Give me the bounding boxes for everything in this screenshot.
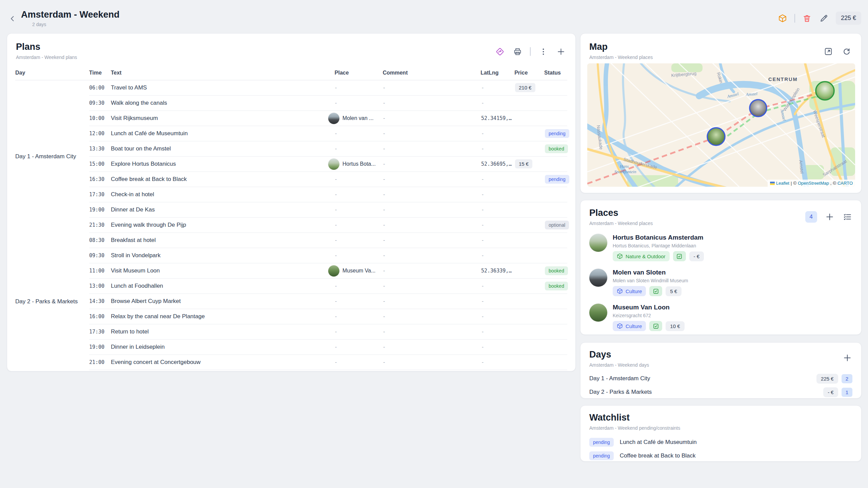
plan-time: 19:00 (89, 207, 111, 213)
edit-trip-button[interactable] (819, 13, 829, 23)
plan-status: booked (545, 283, 568, 289)
plan-latlng: - (481, 146, 515, 152)
plans-toolbar (495, 46, 566, 57)
map-marker-museum-willet-holthuysen[interactable] (750, 100, 767, 117)
plan-text: Visit Museum Loon (111, 267, 335, 274)
status-badge: pending (545, 129, 569, 138)
map-canvas: Krijtbergbrug Rokin Amstel Amstel CENTRU… (587, 63, 855, 187)
add-place-button[interactable] (825, 212, 835, 222)
places-count-badge: 4 (805, 211, 817, 223)
add-plan-button[interactable] (556, 46, 566, 57)
plan-place: - (335, 252, 383, 259)
plan-place: - (335, 283, 383, 289)
list-item[interactable]: Day 1 - Amsterdam City 225 € 2 (580, 372, 861, 385)
price-badge: 210 € (515, 83, 535, 92)
leaflet-map[interactable]: Krijtbergbrug Rokin Amstel Amstel CENTRU… (587, 63, 855, 187)
plans-menu-button[interactable] (538, 46, 548, 57)
table-row[interactable]: 10:00 Visit Rijksmuseum Molen van ... - … (89, 111, 567, 126)
table-row[interactable]: 21:30 Evening walk through De Pijp - - -… (89, 218, 567, 233)
plan-place: - (335, 191, 383, 198)
plan-place-name: - (335, 146, 337, 152)
place-info: Molen van Sloten Molen van Sloten Windmi… (613, 269, 688, 296)
table-row[interactable]: 13:30 Boat tour on the Amstel - - - book… (89, 141, 567, 157)
plan-price: 210 € (515, 84, 545, 91)
add-day-button[interactable] (842, 353, 852, 363)
day-label: Day 2 - Parks & Markets (589, 389, 652, 395)
plus-icon (825, 212, 834, 221)
plan-latlng: - (481, 237, 515, 243)
table-row[interactable]: 09:30 Stroll in Vondelpark - - - (89, 248, 567, 263)
table-row[interactable]: 09:30 Walk along the canals - - - (89, 96, 567, 111)
plan-latlng: - (481, 329, 515, 335)
table-row[interactable]: 19:00 Dinner at De Kas - - - (89, 202, 567, 218)
plan-day-label: Day 2 - Parks & Markets (15, 233, 89, 370)
watchlist-text: Lunch at Café de Museumtuin (620, 439, 697, 446)
plan-place-name: - (335, 329, 337, 335)
table-row[interactable]: 16:30 Coffee break at Back to Black - - … (89, 172, 567, 187)
route-button[interactable] (495, 46, 505, 57)
plan-time: 06:00 (89, 85, 111, 91)
place-photo (589, 234, 607, 252)
list-item[interactable]: Day 2 - Parks & Markets - € 1 (580, 385, 861, 399)
table-row[interactable]: 17:30 Return to hotel - - - (89, 324, 567, 340)
days-header: Days Amsterdam - Weekend days (580, 343, 861, 368)
table-row[interactable]: 08:30 Breakfast at hotel - - - (89, 233, 567, 248)
places-list-view-button[interactable] (842, 212, 852, 222)
plan-comment: - (383, 359, 481, 366)
table-row[interactable]: 15:00 Explore Hortus Botanicus Hortus Bo… (89, 157, 567, 172)
watchlist-subtitle: Amsterdam - Weekend pending/constraints (589, 425, 852, 431)
delete-trip-button[interactable] (802, 13, 812, 23)
map-marker-museum-van-loon[interactable] (707, 128, 725, 145)
plan-text: Lunch at Café de Museumtuin (111, 130, 335, 137)
leaflet-link[interactable]: Leaflet (776, 181, 789, 186)
plan-place: - (335, 85, 383, 91)
plan-comment: - (383, 298, 481, 305)
list-item[interactable]: Museum Van Loon Keizersgracht 672 Cultur… (580, 300, 861, 335)
plan-comment: - (383, 206, 481, 213)
plan-text: Relax by the canal near De Plantage (111, 313, 335, 320)
table-row[interactable]: 16:00 Relax by the canal near De Plantag… (89, 309, 567, 324)
plans-table-body: Day 1 - Amsterdam City 06:00 Travel to A… (15, 80, 567, 370)
place-photo (589, 269, 607, 287)
carto-link[interactable]: CARTO (837, 181, 853, 186)
list-item[interactable]: pending Lunch at Café de Museumtuin (580, 435, 861, 449)
table-row[interactable]: 13:00 Lunch at Foodhallen - - - booked (89, 279, 567, 294)
plan-day-rows: 06:00 Travel to AMS - - - 210 € 09:30 Wa… (89, 80, 567, 233)
table-row[interactable]: 19:00 Dinner in Leidseplein - - - (89, 340, 567, 355)
table-row[interactable]: 11:00 Visit Museum Loon Museum Va... - 5… (89, 263, 567, 279)
toolbar-divider (530, 47, 531, 56)
places-panel: Places Amsterdam - Weekend places 4 Hort… (580, 200, 862, 335)
osm-link[interactable]: OpenStreetMap (798, 181, 829, 186)
package-button[interactable] (777, 13, 788, 23)
list-item[interactable]: Hortus Botanicus Amsterdam Hortus Botani… (580, 230, 861, 265)
copyright-symbol: © (833, 181, 836, 186)
plan-place-name: - (335, 313, 337, 320)
list-item[interactable]: pending Coffee break at Back to Black (580, 449, 861, 462)
table-row[interactable]: 06:00 Travel to AMS - - - 210 € (89, 80, 567, 96)
plan-status: booked (545, 267, 568, 274)
plan-place: - (335, 222, 383, 228)
place-name: Hortus Botanicus Amsterdam (613, 234, 704, 241)
table-row[interactable]: 12:00 Lunch at Café de Museumtuin - - - … (89, 126, 567, 141)
table-row[interactable]: 21:00 Evening concert at Concertgebouw -… (89, 355, 567, 370)
plan-comment: - (383, 115, 481, 122)
print-button[interactable] (512, 46, 522, 57)
plan-time: 17:30 (89, 191, 111, 198)
plan-latlng: - (481, 207, 515, 213)
map-marker-hortus-botanicus[interactable] (816, 82, 834, 100)
column-header-comment: Comment (383, 70, 481, 76)
plan-day-group: Day 1 - Amsterdam City 06:00 Travel to A… (15, 80, 567, 233)
pending-badge: pending (589, 438, 614, 447)
plan-place: - (335, 130, 383, 137)
table-row[interactable]: 14:30 Browse Albert Cuyp Market - - - (89, 294, 567, 309)
map-fit-bounds-button[interactable] (823, 46, 833, 57)
table-row[interactable]: 17:30 Check-in at hotel - - - (89, 187, 567, 202)
list-item[interactable]: Molen van Sloten Molen van Sloten Windmi… (580, 265, 861, 300)
days-panel: Days Amsterdam - Weekend days Day 1 - Am… (580, 342, 862, 399)
map-refresh-button[interactable] (842, 46, 852, 57)
plan-place: - (335, 329, 383, 335)
back-button[interactable] (7, 13, 18, 24)
expand-icon (824, 47, 833, 56)
plan-time: 13:30 (89, 146, 111, 152)
plan-comment: - (383, 130, 481, 137)
